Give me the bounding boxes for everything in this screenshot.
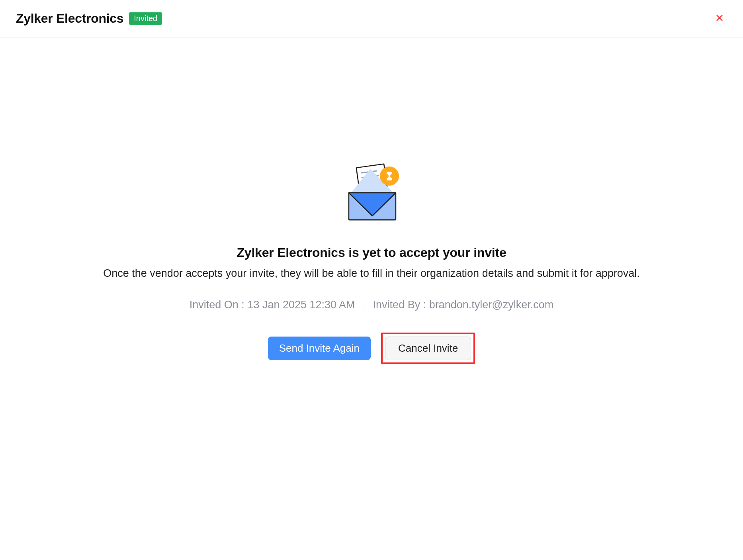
- invited-by: Invited By : brandon.tyler@zylker.com: [373, 299, 554, 311]
- envelope-pending-illustration: [334, 157, 409, 234]
- status-badge: Invited: [129, 12, 162, 25]
- page-title: Zylker Electronics: [16, 11, 123, 26]
- cancel-invite-button[interactable]: Cancel Invite: [385, 337, 471, 360]
- description: Once the vendor accepts your invite, the…: [103, 267, 640, 280]
- send-invite-again-button[interactable]: Send Invite Again: [268, 337, 371, 360]
- headline: Zylker Electronics is yet to accept your…: [237, 245, 506, 260]
- invite-meta: Invited On : 13 Jan 2025 12:30 AM Invite…: [190, 299, 553, 311]
- header-left: Zylker Electronics Invited: [16, 11, 162, 26]
- invited-on-value: 13 Jan 2025 12:30 AM: [247, 299, 355, 311]
- close-icon: [715, 14, 724, 23]
- page-header: Zylker Electronics Invited: [0, 0, 743, 37]
- cancel-invite-highlight: Cancel Invite: [381, 333, 475, 364]
- content-area: Zylker Electronics is yet to accept your…: [0, 37, 743, 364]
- invited-on: Invited On : 13 Jan 2025 12:30 AM: [190, 299, 355, 311]
- meta-divider: [364, 299, 364, 311]
- invited-by-label: Invited By :: [373, 299, 426, 311]
- invited-by-value: brandon.tyler@zylker.com: [429, 299, 554, 311]
- action-buttons: Send Invite Again Cancel Invite: [268, 333, 475, 364]
- invited-on-label: Invited On :: [190, 299, 244, 311]
- close-button[interactable]: [712, 10, 727, 27]
